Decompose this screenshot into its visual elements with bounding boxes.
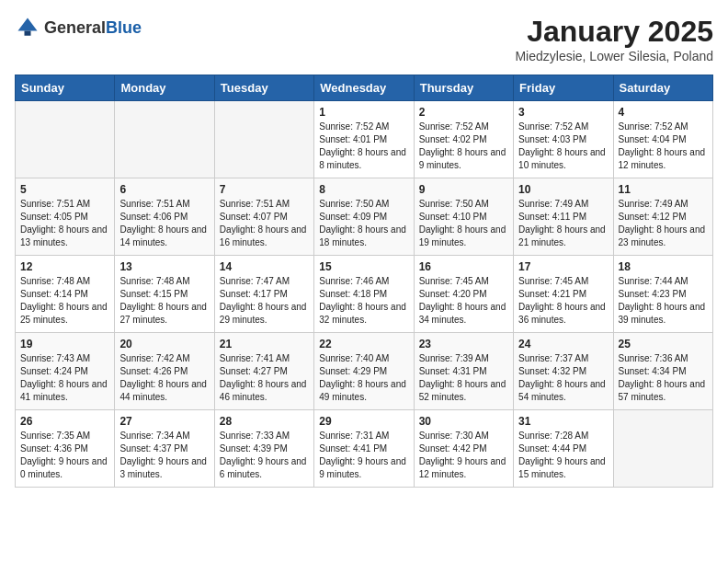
day-number: 19 — [20, 338, 109, 350]
weekday-header-row: SundayMondayTuesdayWednesdayThursdayFrid… — [16, 75, 713, 101]
calendar-cell: 16Sunrise: 7:45 AM Sunset: 4:20 PM Dayli… — [414, 256, 513, 333]
logo-icon — [15, 15, 40, 40]
calendar-title: January 2025 — [515, 15, 713, 49]
day-number: 15 — [319, 260, 408, 273]
weekday-header: Saturday — [613, 75, 712, 101]
weekday-header: Sunday — [16, 75, 115, 101]
day-number: 4 — [619, 106, 708, 119]
calendar-cell: 7Sunrise: 7:51 AM Sunset: 4:07 PM Daylig… — [214, 178, 313, 256]
day-info: Sunrise: 7:31 AM Sunset: 4:41 PM Dayligh… — [319, 430, 408, 481]
calendar-cell: 28Sunrise: 7:33 AM Sunset: 4:39 PM Dayli… — [214, 410, 313, 488]
calendar-cell: 30Sunrise: 7:30 AM Sunset: 4:42 PM Dayli… — [414, 410, 513, 488]
day-info: Sunrise: 7:45 AM Sunset: 4:21 PM Dayligh… — [518, 275, 608, 327]
day-info: Sunrise: 7:52 AM Sunset: 4:03 PM Dayligh… — [518, 121, 608, 172]
day-number: 25 — [619, 338, 708, 350]
day-number: 24 — [518, 338, 608, 350]
day-info: Sunrise: 7:36 AM Sunset: 4:34 PM Dayligh… — [619, 352, 708, 404]
svg-marker-0 — [18, 18, 38, 31]
day-number: 22 — [319, 338, 408, 350]
title-block: January 2025 Miedzylesie, Lower Silesia,… — [515, 15, 713, 63]
day-info: Sunrise: 7:49 AM Sunset: 4:11 PM Dayligh… — [518, 198, 608, 249]
calendar-cell — [613, 410, 712, 488]
day-number: 28 — [220, 415, 309, 428]
logo-general: General — [44, 18, 106, 37]
day-number: 23 — [419, 338, 508, 350]
logo-text: GeneralBlue — [44, 18, 142, 38]
calendar-cell: 20Sunrise: 7:42 AM Sunset: 4:26 PM Dayli… — [115, 333, 214, 410]
weekday-header: Thursday — [414, 75, 513, 101]
logo: GeneralBlue — [15, 15, 142, 40]
day-info: Sunrise: 7:51 AM Sunset: 4:06 PM Dayligh… — [119, 198, 209, 249]
day-number: 5 — [20, 183, 109, 196]
day-info: Sunrise: 7:51 AM Sunset: 4:07 PM Dayligh… — [220, 198, 309, 249]
day-info: Sunrise: 7:48 AM Sunset: 4:15 PM Dayligh… — [119, 275, 209, 327]
day-info: Sunrise: 7:39 AM Sunset: 4:31 PM Dayligh… — [419, 352, 508, 404]
day-info: Sunrise: 7:34 AM Sunset: 4:37 PM Dayligh… — [119, 430, 209, 481]
calendar-cell: 19Sunrise: 7:43 AM Sunset: 4:24 PM Dayli… — [16, 333, 115, 410]
day-number: 7 — [220, 183, 309, 196]
day-info: Sunrise: 7:41 AM Sunset: 4:27 PM Dayligh… — [220, 352, 309, 404]
calendar-cell: 11Sunrise: 7:49 AM Sunset: 4:12 PM Dayli… — [613, 178, 712, 256]
day-number: 30 — [419, 415, 508, 428]
day-info: Sunrise: 7:30 AM Sunset: 4:42 PM Dayligh… — [419, 430, 508, 481]
day-number: 2 — [419, 106, 508, 119]
calendar-cell — [115, 101, 214, 178]
calendar-cell: 23Sunrise: 7:39 AM Sunset: 4:31 PM Dayli… — [414, 333, 513, 410]
calendar-cell — [16, 101, 115, 178]
weekday-header: Wednesday — [314, 75, 414, 101]
calendar-cell: 27Sunrise: 7:34 AM Sunset: 4:37 PM Dayli… — [115, 410, 214, 488]
calendar-cell: 6Sunrise: 7:51 AM Sunset: 4:06 PM Daylig… — [115, 178, 214, 256]
day-info: Sunrise: 7:50 AM Sunset: 4:10 PM Dayligh… — [419, 198, 508, 249]
calendar-cell: 1Sunrise: 7:52 AM Sunset: 4:01 PM Daylig… — [314, 101, 414, 178]
day-info: Sunrise: 7:33 AM Sunset: 4:39 PM Dayligh… — [220, 430, 309, 481]
calendar-cell: 10Sunrise: 7:49 AM Sunset: 4:11 PM Dayli… — [514, 178, 613, 256]
day-number: 9 — [419, 183, 508, 196]
calendar-subtitle: Miedzylesie, Lower Silesia, Poland — [515, 49, 713, 63]
page-header: GeneralBlue January 2025 Miedzylesie, Lo… — [15, 15, 713, 63]
day-number: 1 — [319, 106, 408, 119]
day-info: Sunrise: 7:28 AM Sunset: 4:44 PM Dayligh… — [518, 430, 608, 481]
weekday-header: Friday — [514, 75, 613, 101]
calendar-cell: 17Sunrise: 7:45 AM Sunset: 4:21 PM Dayli… — [514, 256, 613, 333]
logo-blue: Blue — [106, 18, 142, 37]
calendar-cell: 3Sunrise: 7:52 AM Sunset: 4:03 PM Daylig… — [514, 101, 613, 178]
calendar-cell: 25Sunrise: 7:36 AM Sunset: 4:34 PM Dayli… — [613, 333, 712, 410]
calendar-cell: 8Sunrise: 7:50 AM Sunset: 4:09 PM Daylig… — [314, 178, 414, 256]
day-info: Sunrise: 7:46 AM Sunset: 4:18 PM Dayligh… — [319, 275, 408, 327]
svg-rect-1 — [25, 31, 31, 36]
day-info: Sunrise: 7:35 AM Sunset: 4:36 PM Dayligh… — [20, 430, 109, 481]
calendar-cell — [214, 101, 313, 178]
calendar-week-row: 26Sunrise: 7:35 AM Sunset: 4:36 PM Dayli… — [16, 410, 713, 488]
calendar-cell: 22Sunrise: 7:40 AM Sunset: 4:29 PM Dayli… — [314, 333, 414, 410]
calendar-cell: 15Sunrise: 7:46 AM Sunset: 4:18 PM Dayli… — [314, 256, 414, 333]
calendar-cell: 24Sunrise: 7:37 AM Sunset: 4:32 PM Dayli… — [514, 333, 613, 410]
day-number: 11 — [619, 183, 708, 196]
day-number: 12 — [20, 260, 109, 273]
day-number: 21 — [220, 338, 309, 350]
day-number: 17 — [518, 260, 608, 273]
calendar-cell: 4Sunrise: 7:52 AM Sunset: 4:04 PM Daylig… — [613, 101, 712, 178]
calendar-cell: 31Sunrise: 7:28 AM Sunset: 4:44 PM Dayli… — [514, 410, 613, 488]
day-number: 13 — [119, 260, 209, 273]
day-info: Sunrise: 7:47 AM Sunset: 4:17 PM Dayligh… — [220, 275, 309, 327]
calendar-cell: 13Sunrise: 7:48 AM Sunset: 4:15 PM Dayli… — [115, 256, 214, 333]
calendar-table: SundayMondayTuesdayWednesdayThursdayFrid… — [15, 75, 713, 488]
calendar-week-row: 1Sunrise: 7:52 AM Sunset: 4:01 PM Daylig… — [16, 101, 713, 178]
day-info: Sunrise: 7:43 AM Sunset: 4:24 PM Dayligh… — [20, 352, 109, 404]
day-number: 16 — [419, 260, 508, 273]
day-number: 14 — [220, 260, 309, 273]
day-info: Sunrise: 7:44 AM Sunset: 4:23 PM Dayligh… — [619, 275, 708, 327]
calendar-cell: 12Sunrise: 7:48 AM Sunset: 4:14 PM Dayli… — [16, 256, 115, 333]
calendar-week-row: 12Sunrise: 7:48 AM Sunset: 4:14 PM Dayli… — [16, 256, 713, 333]
day-number: 29 — [319, 415, 408, 428]
day-number: 8 — [319, 183, 408, 196]
calendar-week-row: 5Sunrise: 7:51 AM Sunset: 4:05 PM Daylig… — [16, 178, 713, 256]
day-info: Sunrise: 7:45 AM Sunset: 4:20 PM Dayligh… — [419, 275, 508, 327]
day-info: Sunrise: 7:40 AM Sunset: 4:29 PM Dayligh… — [319, 352, 408, 404]
weekday-header: Tuesday — [214, 75, 313, 101]
day-info: Sunrise: 7:52 AM Sunset: 4:01 PM Dayligh… — [319, 121, 408, 172]
calendar-week-row: 19Sunrise: 7:43 AM Sunset: 4:24 PM Dayli… — [16, 333, 713, 410]
calendar-cell: 14Sunrise: 7:47 AM Sunset: 4:17 PM Dayli… — [214, 256, 313, 333]
day-info: Sunrise: 7:37 AM Sunset: 4:32 PM Dayligh… — [518, 352, 608, 404]
calendar-cell: 2Sunrise: 7:52 AM Sunset: 4:02 PM Daylig… — [414, 101, 513, 178]
